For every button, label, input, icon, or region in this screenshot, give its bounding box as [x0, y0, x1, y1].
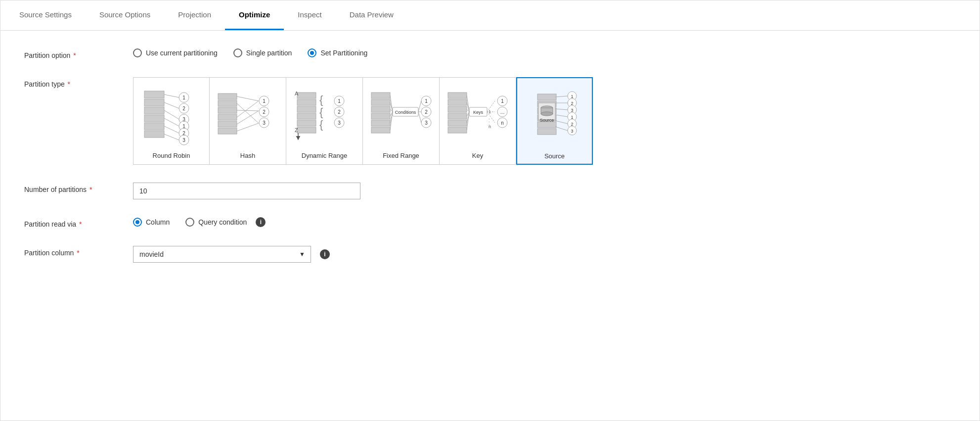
tab-projection[interactable]: Projection — [164, 0, 225, 30]
partition-card-source[interactable]: Source 1 2 3 1 2 3 — [516, 77, 593, 165]
tab-inspect[interactable]: Inspect — [284, 0, 335, 30]
svg-line-18 — [164, 94, 179, 97]
svg-text:{: { — [319, 94, 323, 106]
svg-rect-28 — [218, 121, 237, 127]
svg-text:...: ... — [500, 109, 504, 115]
partition-option-set[interactable]: Set Partitioning — [308, 48, 367, 57]
svg-line-82 — [418, 112, 421, 123]
svg-line-32 — [237, 110, 259, 111]
svg-line-138 — [555, 121, 568, 124]
svg-rect-42 — [297, 93, 316, 98]
svg-text:3: 3 — [263, 120, 266, 126]
radio-column[interactable] — [133, 218, 142, 227]
svg-rect-84 — [448, 99, 467, 105]
svg-rect-111 — [537, 94, 556, 100]
partition-read-via-row: Partition read via * Column Query condit… — [24, 217, 956, 228]
svg-rect-0 — [144, 91, 164, 98]
svg-rect-62 — [371, 106, 390, 112]
radio-query-condition[interactable] — [185, 218, 194, 227]
svg-rect-63 — [371, 113, 390, 119]
svg-text:Keys: Keys — [473, 110, 484, 115]
partition-column-label: Partition column * — [24, 246, 133, 257]
partition-column-select[interactable]: movieId — [133, 246, 311, 263]
tab-optimize[interactable]: Optimize — [225, 0, 284, 30]
svg-rect-4 — [144, 123, 164, 130]
svg-text:2: 2 — [425, 109, 428, 115]
partition-read-via-group: Column Query condition — [133, 218, 247, 227]
round-robin-diagram: 1 2 3 1 2 3 — [139, 84, 204, 148]
svg-rect-87 — [448, 120, 467, 126]
svg-rect-2 — [144, 107, 164, 114]
svg-line-137 — [555, 115, 568, 117]
svg-rect-61 — [371, 99, 390, 105]
svg-line-35 — [237, 123, 259, 131]
tab-source-options[interactable]: Source Options — [86, 0, 164, 30]
radio-set[interactable] — [308, 48, 316, 57]
svg-line-139 — [555, 127, 568, 131]
content-area: Partition option * Use current partition… — [0, 31, 980, 298]
svg-rect-3 — [144, 115, 164, 122]
partition-type-row: Partition type * 1 — [24, 77, 956, 165]
tab-source-settings[interactable]: Source Settings — [5, 0, 86, 30]
hash-diagram: 1 2 3 — [216, 84, 280, 148]
partition-read-via-query[interactable]: Query condition — [185, 218, 247, 227]
svg-text:1: 1 — [182, 95, 185, 100]
svg-text:n: n — [489, 124, 491, 129]
svg-text:Conditions: Conditions — [395, 110, 416, 115]
partition-read-via-controls: Column Query condition i — [133, 217, 266, 227]
svg-line-136 — [555, 109, 568, 110]
partition-option-group: Use current partitioning Single partitio… — [133, 48, 367, 57]
svg-rect-43 — [297, 99, 316, 105]
partition-column-info-icon[interactable]: i — [320, 249, 330, 259]
svg-text:1: 1 — [263, 98, 266, 104]
svg-text:n: n — [501, 120, 504, 126]
svg-text:1: 1 — [425, 98, 428, 104]
svg-line-80 — [418, 101, 421, 112]
svg-line-21 — [164, 118, 179, 126]
svg-rect-116 — [537, 129, 556, 135]
svg-line-34 — [237, 111, 259, 124]
source-diagram: Source 1 2 3 1 2 3 — [523, 84, 587, 148]
svg-rect-1 — [144, 99, 164, 106]
svg-rect-27 — [218, 114, 237, 120]
key-diagram: Keys 1 . — [445, 84, 510, 148]
partition-read-via-column[interactable]: Column — [133, 218, 170, 227]
svg-line-33 — [237, 101, 259, 117]
svg-line-31 — [237, 103, 259, 123]
radio-single[interactable] — [233, 48, 242, 57]
partition-column-select-wrapper: movieId ▼ — [133, 246, 311, 263]
partition-option-use-current[interactable]: Use current partitioning — [133, 48, 218, 57]
svg-rect-85 — [448, 106, 467, 112]
partition-option-single[interactable]: Single partition — [233, 48, 292, 57]
partition-card-dynamic-range[interactable]: A Z { { { 1 — [286, 77, 363, 165]
svg-line-30 — [237, 96, 259, 101]
partition-card-fixed-range[interactable]: Conditions 1 2 3 — [363, 77, 440, 165]
partition-card-hash[interactable]: 1 2 3 Hash — [210, 77, 286, 165]
partition-card-key[interactable]: Keys 1 . — [440, 77, 516, 165]
svg-text:1: 1 — [338, 98, 341, 104]
svg-text:2: 2 — [182, 106, 185, 111]
svg-text:{: { — [319, 106, 323, 118]
svg-rect-45 — [297, 113, 316, 119]
partition-column-controls: movieId ▼ i — [133, 246, 330, 263]
svg-rect-60 — [371, 93, 390, 98]
tab-data-preview[interactable]: Data Preview — [336, 0, 407, 30]
partition-column-row: Partition column * movieId ▼ i — [24, 246, 956, 263]
svg-line-20 — [164, 110, 179, 119]
svg-text:Source: Source — [539, 118, 554, 123]
partition-card-round-robin[interactable]: 1 2 3 1 2 3 — [133, 77, 210, 165]
radio-use-current[interactable] — [133, 48, 142, 57]
svg-text:Z: Z — [295, 127, 298, 133]
svg-rect-83 — [448, 93, 467, 98]
partition-read-via-label: Partition read via * — [24, 217, 133, 228]
svg-rect-25 — [218, 100, 237, 106]
number-of-partitions-input[interactable] — [133, 183, 360, 199]
svg-line-19 — [164, 102, 179, 108]
svg-text:A: A — [295, 91, 299, 96]
svg-text:3: 3 — [182, 138, 185, 143]
partition-read-via-info-icon[interactable]: i — [256, 217, 266, 227]
svg-rect-46 — [297, 120, 316, 126]
svg-text:2: 2 — [338, 109, 341, 115]
svg-text:2: 2 — [263, 109, 266, 115]
fixed-range-diagram: Conditions 1 2 3 — [369, 84, 433, 148]
